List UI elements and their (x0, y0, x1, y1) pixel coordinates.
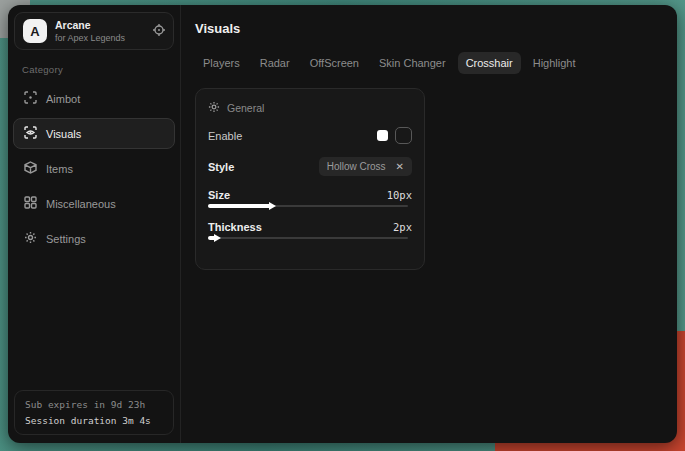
app-window: A Arcane for Apex Legends Category Aimbo… (8, 5, 677, 443)
grid-icon (24, 196, 37, 211)
session-duration-text: Session duration 3m 4s (25, 415, 163, 426)
clear-icon[interactable]: ✕ (396, 161, 404, 172)
style-label: Style (208, 161, 234, 173)
gear-icon (24, 231, 37, 246)
enable-row: Enable (208, 127, 412, 144)
style-select[interactable]: Hollow Cross ✕ (319, 157, 412, 176)
sidebar-item-label: Aimbot (46, 93, 80, 105)
thickness-row: Thickness 2px (208, 221, 412, 233)
app-title: Arcane (55, 19, 145, 31)
category-label: Category (22, 64, 180, 75)
box-icon (24, 161, 37, 176)
sidebar-item-label: Miscellaneous (46, 198, 116, 210)
style-row: Style Hollow Cross ✕ (208, 157, 412, 176)
thickness-slider[interactable] (208, 233, 412, 243)
thickness-label: Thickness (208, 221, 262, 233)
sidebar-header: A Arcane for Apex Legends (14, 12, 174, 50)
desktop-background: A Arcane for Apex Legends Category Aimbo… (0, 0, 685, 451)
page-title: Visuals (195, 21, 677, 36)
sidebar-item-label: Items (46, 163, 73, 175)
tab-players[interactable]: Players (195, 52, 248, 74)
sub-expires-text: Sub expires in 9d 23h (25, 399, 163, 410)
tab-highlight[interactable]: Highlight (525, 52, 584, 74)
sidebar-item-label: Visuals (46, 128, 81, 140)
scan-eye-icon (24, 126, 37, 141)
size-value: 10px (387, 189, 412, 201)
sidebar-item-visuals[interactable]: Visuals (13, 118, 175, 149)
app-logo: A (23, 19, 47, 43)
size-row: Size 10px (208, 189, 412, 201)
sidebar-item-settings[interactable]: Settings (13, 223, 175, 254)
subscription-info-panel: Sub expires in 9d 23h Session duration 3… (14, 390, 174, 435)
size-slider[interactable] (208, 201, 412, 211)
size-label: Size (208, 189, 230, 201)
general-settings-card: General Enable Style Hollow Cross ✕ (195, 88, 425, 270)
slider-fill (208, 204, 271, 208)
sidebar-item-aimbot[interactable]: Aimbot (13, 83, 175, 114)
sidebar-item-label: Settings (46, 233, 86, 245)
slider-thumb[interactable] (269, 202, 276, 210)
tab-skin-changer[interactable]: Skin Changer (371, 52, 454, 74)
crosshair-icon (24, 91, 37, 106)
slider-track (208, 237, 408, 239)
tab-radar[interactable]: Radar (252, 52, 298, 74)
sidebar: A Arcane for Apex Legends Category Aimbo… (8, 5, 181, 443)
tab-offscreen[interactable]: OffScreen (302, 52, 367, 74)
thickness-value: 2px (393, 221, 412, 233)
app-subtitle: for Apex Legends (55, 33, 145, 43)
card-header: General (208, 101, 412, 115)
sidebar-item-items[interactable]: Items (13, 153, 175, 184)
style-select-value: Hollow Cross (327, 161, 386, 172)
enable-checkbox[interactable] (395, 127, 412, 144)
focus-target-icon[interactable] (153, 22, 165, 40)
enable-label: Enable (208, 130, 242, 142)
tab-crosshair[interactable]: Crosshair (458, 52, 521, 74)
sidebar-item-miscellaneous[interactable]: Miscellaneous (13, 188, 175, 219)
main-panel: Visuals Players Radar OffScreen Skin Cha… (181, 5, 677, 443)
color-swatch[interactable] (377, 130, 388, 141)
card-header-label: General (227, 102, 264, 114)
visuals-tab-bar: Players Radar OffScreen Skin Changer Cro… (195, 52, 677, 74)
slider-thumb[interactable] (214, 234, 221, 242)
general-gear-icon (208, 101, 220, 115)
